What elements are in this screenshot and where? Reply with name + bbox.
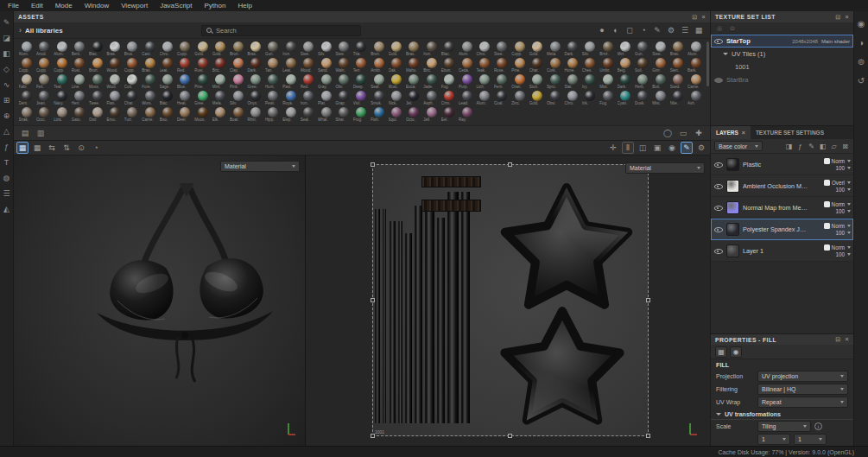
channel-dropdown[interactable]: Base color [714, 141, 763, 151]
material-thumbnail[interactable]: Maho. [405, 58, 422, 73]
dock-icon[interactable]: ⊡ [835, 336, 840, 343]
material-thumbnail[interactable]: Blac. [89, 41, 106, 57]
material-thumbnail[interactable]: Anod. [35, 41, 53, 57]
material-thumbnail[interactable]: Ivy. [581, 74, 599, 90]
shelf-panel-icon[interactable]: ▤ [19, 127, 31, 139]
menu-mode[interactable]: Mode [49, 2, 79, 10]
material-thumbnail[interactable]: Lead. [459, 91, 476, 106]
material-thumbnail[interactable]: Obsi. [547, 91, 564, 106]
shelf-tool-icon[interactable]: ☰ [1, 187, 12, 199]
camera-settings-icon[interactable]: ⊚ [856, 56, 867, 67]
material-thumbnail[interactable]: Heat. [176, 91, 193, 106]
material-thumbnail[interactable]: Blue. [176, 74, 193, 90]
tab-layers[interactable]: LAYERS × [711, 126, 751, 139]
material-thumbnail[interactable]: Chro. [476, 41, 493, 57]
material-thumbnail[interactable]: Past. [282, 74, 300, 90]
material-thumbnail[interactable]: Sued. [669, 74, 687, 90]
opacity-dropdown[interactable]: 100 [835, 208, 851, 214]
material-thumbnail[interactable]: Ebon. [440, 58, 458, 73]
material-thumbnail[interactable]: Gun. [264, 41, 282, 57]
filter-settings-icon[interactable]: ⚙ [665, 24, 677, 36]
material-thumbnail[interactable]: Oliv. [335, 74, 352, 90]
material-thumbnail[interactable]: Copp. [18, 58, 35, 73]
material-thumbnail[interactable]: Silv. [581, 41, 599, 57]
camera-icon[interactable]: ▣ [651, 142, 663, 154]
visibility-eye-icon[interactable] [714, 247, 723, 255]
display-settings-icon[interactable]: ◉ [856, 18, 867, 29]
dock-icon[interactable]: ⊡ [835, 14, 840, 21]
material-thumbnail[interactable]: Herr. [71, 91, 88, 106]
material-thumbnail[interactable]: Bric. [212, 58, 229, 73]
polygon-fill-tool-icon[interactable]: ◇ [1, 63, 12, 74]
material-thumbnail[interactable]: Ches. [581, 58, 599, 73]
material-thumbnail[interactable]: Fore. [142, 74, 159, 90]
material-thumbnail[interactable]: Wood. [300, 58, 317, 73]
material-thumbnail[interactable]: Iron. [300, 91, 317, 106]
scale-y-input[interactable]: 1 [794, 434, 827, 445]
material-thumbnail[interactable]: Coal. [493, 91, 510, 106]
material-thumbnail[interactable]: Hunt. [264, 74, 282, 90]
visibility-eye-icon[interactable] [714, 182, 723, 190]
material-thumbnail[interactable]: Ginr. [652, 58, 669, 73]
opacity-dropdown[interactable]: 100 [835, 165, 851, 171]
blend-mode-dropdown[interactable]: Norm [832, 201, 851, 207]
material-thumbnail[interactable]: Gun. [634, 41, 651, 57]
material-dropdown-2d[interactable]: Material [625, 162, 705, 174]
particles-tool-icon[interactable]: ◍ [1, 172, 12, 183]
tsl-search-icon[interactable]: ⊙ [728, 24, 737, 33]
lazy-mouse-icon[interactable]: ⊙ [75, 142, 87, 154]
texture-set-row-startop[interactable]: StarTop 2048x2048 Main shader [711, 35, 853, 48]
paint-tool-icon[interactable]: ✎ [1, 16, 12, 28]
material-thumbnail[interactable]: Pewt. [264, 91, 282, 106]
material-thumbnail[interactable]: Birc. [423, 58, 440, 73]
material-thumbnail[interactable]: Alum. [476, 91, 493, 106]
close-icon[interactable]: × [846, 336, 850, 343]
material-thumbnail[interactable]: Lich. [476, 74, 493, 90]
projection-tool-icon[interactable]: ◧ [1, 48, 12, 59]
material-thumbnail[interactable]: Teak. [476, 58, 493, 73]
filter-brushes-icon[interactable]: ✎ [651, 24, 663, 36]
material-thumbnail[interactable]: Wool. [106, 74, 124, 90]
delete-layer-icon[interactable]: ⊠ [840, 141, 850, 151]
blend-mode-dropdown[interactable]: Norm [832, 244, 851, 251]
eraser-tool-icon[interactable]: ◪ [1, 32, 12, 43]
material-thumbnail[interactable]: Seaf. [371, 74, 388, 90]
material-thumbnail[interactable]: Sage. [159, 74, 176, 90]
material-thumbnail[interactable]: Copp. [54, 58, 71, 73]
scale-x-input[interactable]: 1 [757, 434, 790, 445]
tile-handle[interactable] [646, 298, 650, 302]
material-thumbnail[interactable]: Silv. [318, 41, 335, 57]
material-thumbnail[interactable]: Bent. [71, 41, 88, 57]
material-thumbnail[interactable]: Clay. [230, 58, 247, 73]
shader-settings-icon[interactable]: ◑ [856, 37, 867, 48]
material-thumbnail[interactable]: Sand. [318, 58, 335, 73]
material-thumbnail[interactable]: Alum. [459, 41, 476, 57]
material-thumbnail[interactable]: Purp. [459, 74, 476, 90]
material-thumbnail[interactable]: Chro. [159, 41, 176, 57]
material-thumbnail[interactable]: Pine. [511, 58, 529, 73]
viewport-2d[interactable]: 1001 [306, 156, 710, 446]
uv-tiles-row[interactable]: UV Tiles (1) [711, 48, 853, 60]
material-thumbnail[interactable]: Red. [300, 74, 317, 90]
material-thumbnail[interactable]: Pine. [194, 74, 212, 90]
menu-viewport[interactable]: Viewport [115, 2, 154, 10]
material-thumbnail[interactable]: Alum. [54, 41, 71, 57]
material-thumbnail[interactable]: Tan. [264, 58, 282, 73]
material-thumbnail[interactable]: Shar. [335, 107, 352, 123]
material-thumbnail[interactable]: Squi. [388, 107, 405, 123]
material-thumbnail[interactable]: Alum. [18, 41, 35, 57]
material-thumbnail[interactable]: Red. [176, 58, 193, 73]
material-thumbnail[interactable]: Sien. [669, 58, 687, 73]
material-thumbnail[interactable]: Fern. [493, 74, 510, 90]
material-thumbnail[interactable]: Cott. [124, 74, 141, 90]
scrollbar[interactable] [706, 41, 709, 86]
material-thumbnail[interactable]: Slat. [564, 74, 581, 90]
material-thumbnail[interactable]: Brnz. [599, 41, 617, 57]
uv-wrap-dropdown[interactable]: Repeat [757, 397, 848, 408]
clone-tool-icon[interactable]: ⊞ [1, 94, 12, 105]
menu-window[interactable]: Window [79, 2, 115, 10]
material-thumbnail[interactable]: Brus. [124, 41, 141, 57]
material-thumbnail[interactable]: Rust. [194, 58, 212, 73]
material-thumbnail[interactable]: Biso. [159, 107, 176, 123]
material-thumbnail[interactable]: Hone. [564, 58, 581, 73]
